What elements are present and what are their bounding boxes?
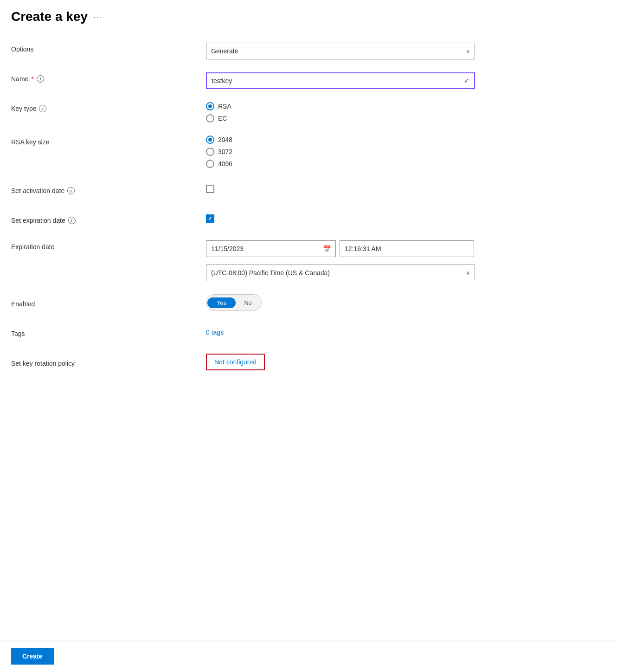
key-type-info-icon[interactable]: i xyxy=(39,105,46,112)
name-label: Name * i xyxy=(11,72,206,83)
date-input-wrapper: 📅 xyxy=(206,240,336,257)
footer: Create xyxy=(0,640,617,672)
rsa-size-2048-item[interactable]: 2048 xyxy=(206,136,606,144)
timezone-chevron-icon: ∨ xyxy=(466,270,470,276)
expiration-date-toggle-control xyxy=(206,214,606,224)
key-type-radio-group: RSA EC xyxy=(206,102,606,123)
expiration-date-row: Expiration date 📅 (UTC-08:00) Pacific Ti… xyxy=(11,240,606,281)
more-options-icon[interactable]: ··· xyxy=(93,12,103,22)
activation-date-checkbox[interactable] xyxy=(206,185,214,193)
rsa-size-3072-item[interactable]: 3072 xyxy=(206,148,606,156)
key-type-rsa-item[interactable]: RSA xyxy=(206,102,606,110)
options-row: Options Generate ∨ xyxy=(11,43,606,59)
chevron-down-icon: ∨ xyxy=(466,48,470,54)
rsa-size-2048-label: 2048 xyxy=(218,136,232,143)
name-input-wrapper: ✓ xyxy=(206,72,475,89)
options-label: Options xyxy=(11,43,206,53)
key-type-ec-label: EC xyxy=(218,115,227,122)
tags-link[interactable]: 0 tags xyxy=(206,329,224,336)
key-type-rsa-radio[interactable] xyxy=(206,102,214,110)
key-type-row: Key type i RSA EC xyxy=(11,102,606,123)
enabled-toggle[interactable]: Yes No xyxy=(206,294,262,311)
activation-date-info-icon[interactable]: i xyxy=(67,187,75,194)
page-title: Create a key xyxy=(11,9,88,24)
rsa-size-2048-radio[interactable] xyxy=(206,136,214,144)
activation-date-row: Set activation date i xyxy=(11,181,606,198)
options-dropdown[interactable]: Generate ∨ xyxy=(206,43,475,59)
expiration-date-toggle-row: Set expiration date i xyxy=(11,211,606,227)
timezone-value: (UTC-08:00) Pacific Time (US & Canada) xyxy=(211,269,330,277)
checkmark-icon: ✓ xyxy=(464,77,469,84)
expiration-date-input[interactable] xyxy=(211,245,323,252)
name-input[interactable] xyxy=(212,77,464,84)
rsa-size-4096-item[interactable]: 4096 xyxy=(206,160,606,168)
enabled-row: Enabled Yes No xyxy=(11,294,606,311)
expiration-date-toggle-info-icon[interactable]: i xyxy=(68,217,76,224)
required-star: * xyxy=(31,75,33,83)
rsa-size-4096-label: 4096 xyxy=(218,160,232,168)
key-rotation-policy-row: Set key rotation policy Not configured xyxy=(11,354,606,370)
key-rotation-policy-control: Not configured xyxy=(206,354,606,370)
expiration-date-checkbox[interactable] xyxy=(206,214,214,223)
key-type-rsa-label: RSA xyxy=(218,103,231,110)
rsa-key-size-label: RSA key size xyxy=(11,136,206,146)
date-time-row: 📅 xyxy=(206,240,606,257)
key-type-ec-item[interactable]: EC xyxy=(206,114,606,123)
tags-row: Tags 0 tags xyxy=(11,324,606,341)
page-header: Create a key ··· xyxy=(0,0,617,32)
enabled-toggle-wrapper: Yes No xyxy=(206,294,606,311)
key-rotation-policy-label: Set key rotation policy xyxy=(11,357,206,367)
enabled-label: Enabled xyxy=(11,297,206,308)
rsa-key-size-row: RSA key size 2048 3072 4096 xyxy=(11,136,606,168)
tags-control: 0 tags xyxy=(206,329,606,336)
rsa-size-3072-label: 3072 xyxy=(218,148,232,155)
name-row: Name * i ✓ xyxy=(11,72,606,89)
rsa-size-3072-radio[interactable] xyxy=(206,148,214,156)
key-type-label: Key type i xyxy=(11,102,206,112)
key-type-control: RSA EC xyxy=(206,102,606,123)
options-value: Generate xyxy=(211,47,238,55)
key-type-ec-radio[interactable] xyxy=(206,114,214,123)
expiration-date-toggle-label: Set expiration date i xyxy=(11,214,206,224)
not-configured-link[interactable]: Not configured xyxy=(214,358,257,366)
expiration-time-input[interactable] xyxy=(340,240,474,257)
calendar-icon[interactable]: 📅 xyxy=(323,245,331,252)
rsa-size-4096-radio[interactable] xyxy=(206,160,214,168)
enabled-control: Yes No xyxy=(206,294,606,311)
options-control: Generate ∨ xyxy=(206,43,606,59)
form-container: Options Generate ∨ Name * i ✓ Key type i xyxy=(0,32,617,640)
rsa-key-size-control: 2048 3072 4096 xyxy=(206,136,606,168)
expiration-date-control: 📅 (UTC-08:00) Pacific Time (US & Canada)… xyxy=(206,240,606,281)
tags-label: Tags xyxy=(11,327,206,337)
name-info-icon[interactable]: i xyxy=(37,75,44,83)
timezone-dropdown[interactable]: (UTC-08:00) Pacific Time (US & Canada) ∨ xyxy=(206,265,475,281)
not-configured-wrapper: Not configured xyxy=(206,354,265,370)
toggle-yes: Yes xyxy=(207,297,236,308)
rsa-key-size-radio-group: 2048 3072 4096 xyxy=(206,136,606,168)
activation-date-label: Set activation date i xyxy=(11,184,206,194)
expiration-date-label: Expiration date xyxy=(11,240,206,251)
create-button[interactable]: Create xyxy=(11,648,54,665)
activation-date-control xyxy=(206,185,606,194)
name-control: ✓ xyxy=(206,72,606,89)
toggle-no: No xyxy=(236,297,260,308)
